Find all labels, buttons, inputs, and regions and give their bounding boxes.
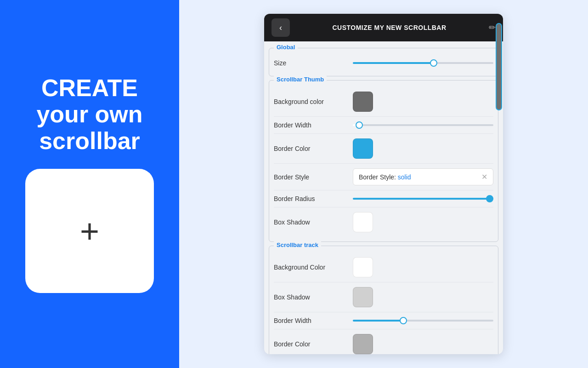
back-icon: ‹ [279,23,282,33]
thumb-border-radius-slider[interactable] [353,198,493,200]
thumb-border-width-row: Border Width [274,117,493,134]
scrollbar-thumb[interactable] [496,23,502,110]
thumb-shadow-label: Box Shadow [274,218,347,226]
track-bg-control[interactable] [353,257,493,277]
customizer-window: ‹ CUSTOMIZE MY NEW SCROLLBAR ✏ Global Si… [264,14,503,354]
thumb-section-title: Scrollbar Thumb [274,76,327,83]
thumb-br-label: Border Radius [274,195,347,202]
track-bw-label: Border Width [274,317,347,324]
left-panel: CREATE your own scrollbar + [0,0,179,368]
back-button[interactable]: ‹ [271,18,290,37]
thumb-bg-color-swatch[interactable] [353,92,373,112]
track-border-color-swatch[interactable] [353,334,373,354]
thumb-box-shadow-row: Box Shadow [274,207,493,237]
global-section: Global Size [269,48,498,76]
thumb-border-color-row: Border Color [274,134,493,164]
custom-scrollbar [495,14,503,354]
hero-text-block: CREATE your own scrollbar [36,75,142,154]
track-border-width-slider[interactable] [353,320,493,322]
track-section-title: Scrollbar track [274,242,321,248]
thumb-bs-control[interactable]: Border Style: solid ✕ [353,168,493,185]
track-border-width-row: Border Width [274,312,493,329]
thumb-box-shadow-swatch[interactable] [353,212,373,232]
thumb-bc-label: Border Color [274,145,347,152]
track-bg-label: Background Color [274,264,347,271]
track-shadow-label: Box Shadow [274,293,347,301]
track-bg-color-swatch[interactable] [353,257,373,277]
window-content[interactable]: Global Size Scrollbar Thumb Background c… [264,41,503,354]
size-label: Size [274,59,347,67]
thumb-border-radius-row: Border Radius [274,190,493,207]
thumb-shadow-control[interactable] [353,212,493,232]
thumb-bw-control[interactable] [353,124,493,126]
thumb-border-color-swatch[interactable] [353,138,373,159]
plus-icon: + [80,214,99,247]
hero-create: CREATE [36,75,142,101]
thumb-border-style-row: Border Style Border Style: solid ✕ [274,164,493,190]
thumb-bw-label: Border Width [274,121,347,129]
track-border-color-row: Border Color [274,329,493,354]
right-panel: ‹ CUSTOMIZE MY NEW SCROLLBAR ✏ Global Si… [179,0,588,368]
track-box-shadow-swatch[interactable] [353,287,373,307]
thumb-bs-close-icon[interactable]: ✕ [481,172,487,181]
track-bw-control[interactable] [353,320,493,322]
size-control[interactable] [353,62,493,64]
track-section: Scrollbar track Background Color Box Sha… [269,246,498,354]
thumb-section: Scrollbar Thumb Background color Border … [269,80,498,242]
thumb-bc-control[interactable] [353,138,493,159]
track-bc-control[interactable] [353,334,493,354]
global-section-title: Global [274,44,298,51]
thumb-bg-control[interactable] [353,92,493,112]
thumb-br-control[interactable] [353,198,493,200]
track-shadow-control[interactable] [353,287,493,307]
thumb-bg-label: Background color [274,98,347,105]
thumb-bs-label: Border Style [274,173,347,181]
create-card-button[interactable]: + [25,169,154,293]
scrollbar-track [496,14,502,354]
size-row: Size [274,55,493,71]
track-bg-color-row: Background Color [274,253,493,282]
thumb-bg-color-row: Background color [274,87,493,117]
track-bc-label: Border Color [274,340,347,348]
window-title: CUSTOMIZE MY NEW SCROLLBAR [297,24,481,31]
track-box-shadow-row: Box Shadow [274,282,493,312]
size-slider[interactable] [353,62,493,64]
hero-subtitle: your own scrollbar [36,101,142,154]
thumb-bs-value: Border Style: solid [359,173,411,181]
window-header: ‹ CUSTOMIZE MY NEW SCROLLBAR ✏ [264,14,503,41]
thumb-border-style-dropdown[interactable]: Border Style: solid ✕ [353,168,493,185]
thumb-border-width-slider[interactable] [353,124,493,126]
